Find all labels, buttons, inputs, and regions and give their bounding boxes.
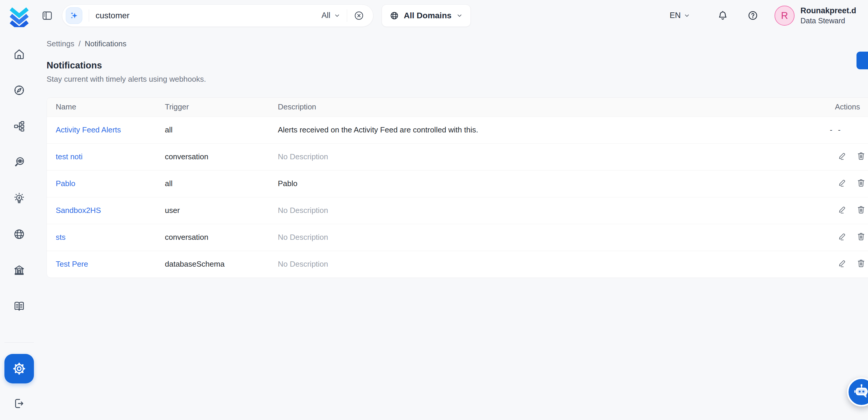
search-divider — [347, 9, 347, 22]
alert-description: No Description — [269, 251, 818, 277]
sidebar-item-glossary[interactable] — [13, 300, 26, 313]
pencil-icon — [838, 178, 847, 187]
topbar: All All Domains EN — [38, 0, 868, 31]
search-divider — [89, 9, 89, 22]
pencil-icon — [838, 151, 847, 160]
logout-button[interactable] — [13, 397, 26, 410]
alert-name-link[interactable]: Activity Feed Alerts — [56, 125, 121, 134]
delete-alert-button[interactable] — [857, 258, 866, 268]
alert-trigger: conversation — [156, 224, 269, 251]
sidebar-divider — [4, 342, 34, 343]
avatar: R — [775, 6, 795, 26]
table-row: Activity Feed Alerts all Alerts received… — [47, 117, 868, 143]
sidebar-item-settings[interactable] — [4, 354, 34, 384]
page-subtitle: Stay current with timely alerts using we… — [46, 74, 868, 84]
edit-alert-button[interactable] — [838, 178, 847, 187]
magnifier-eye-icon — [13, 156, 25, 169]
breadcrumb-separator: / — [79, 39, 81, 49]
delete-alert-button[interactable] — [857, 232, 866, 241]
sidebar-item-lineage[interactable] — [13, 120, 26, 133]
robot-icon — [852, 383, 868, 401]
language-label: EN — [670, 11, 681, 20]
notifications-bell-button[interactable] — [717, 10, 729, 22]
trash-icon — [857, 232, 866, 241]
bell-icon — [717, 10, 728, 21]
breadcrumb: Settings / Notifications — [46, 39, 868, 49]
alert-name-link[interactable]: Test Pere — [56, 260, 88, 268]
compass-icon — [13, 84, 25, 96]
pencil-icon — [838, 205, 847, 214]
bank-icon — [13, 264, 25, 276]
home-icon — [13, 48, 25, 60]
app-logo-icon[interactable] — [8, 4, 30, 27]
breadcrumb-settings[interactable]: Settings — [46, 39, 74, 49]
table-body: Activity Feed Alerts all Alerts received… — [47, 117, 868, 277]
edit-alert-button[interactable] — [838, 205, 847, 214]
sidebar-item-observability[interactable] — [13, 156, 26, 169]
alert-trigger: user — [156, 197, 269, 224]
lightbulb-icon — [13, 192, 25, 204]
pencil-icon — [838, 259, 847, 268]
alert-name-link[interactable]: sts — [56, 233, 65, 242]
page-title: Notifications — [46, 60, 868, 71]
flow-tree-icon — [13, 120, 25, 132]
sidebar-item-home[interactable] — [13, 48, 26, 61]
search-filter-label: All — [321, 11, 330, 20]
delete-alert-button[interactable] — [857, 205, 866, 214]
search-filter-dropdown[interactable]: All — [321, 11, 340, 20]
alert-trigger: all — [156, 170, 269, 197]
sidebar-item-govern[interactable] — [13, 264, 26, 277]
user-role: Data Steward — [801, 17, 856, 25]
help-button[interactable] — [747, 10, 759, 22]
trash-icon — [857, 151, 866, 160]
sidebar-item-explore[interactable] — [13, 84, 26, 97]
ai-search-button[interactable] — [66, 7, 82, 24]
alert-name-link[interactable]: Pablo — [56, 179, 75, 188]
logout-icon — [13, 397, 25, 410]
table-row: test noti conversation No Description — [47, 143, 868, 170]
content-area: Settings / Notifications Notifications S… — [38, 31, 868, 420]
edit-alert-button[interactable] — [838, 151, 847, 160]
sparkles-icon — [69, 11, 79, 21]
alert-description: Alerts received on the Activity Feed are… — [269, 117, 818, 143]
language-selector[interactable]: EN — [670, 11, 690, 20]
domains-dropdown-button[interactable]: All Domains — [382, 4, 471, 27]
column-header-description: Description — [269, 98, 818, 117]
alert-description: No Description — [269, 224, 818, 251]
alert-name-link[interactable]: test noti — [56, 152, 83, 161]
breadcrumb-notifications: Notifications — [85, 39, 127, 49]
delete-alert-button[interactable] — [857, 151, 866, 160]
edit-alert-button[interactable] — [838, 258, 847, 268]
delete-alert-button[interactable] — [857, 178, 866, 187]
alert-trigger: conversation — [156, 143, 269, 170]
sidebar-toggle-icon[interactable] — [41, 9, 55, 22]
domains-label: All Domains — [404, 11, 452, 20]
actions-placeholder: - - — [830, 125, 842, 134]
column-header-name: Name — [47, 98, 156, 117]
user-name: Rounakpreet.d — [801, 6, 856, 16]
alert-description: Pablo — [269, 170, 818, 197]
sidebar-item-insights[interactable] — [13, 192, 26, 205]
notifications-table: Name Trigger Description Actions Activit… — [47, 98, 868, 277]
avatar-initial: R — [781, 10, 788, 21]
table-row: Sandbox2HS user No Description — [47, 197, 868, 224]
sidebar — [0, 0, 38, 420]
trash-icon — [857, 205, 866, 214]
column-header-actions: Actions — [818, 98, 868, 117]
column-header-trigger: Trigger — [156, 98, 269, 117]
pencil-icon — [838, 232, 847, 241]
chevron-down-icon — [334, 12, 340, 19]
clear-search-button[interactable] — [353, 10, 365, 21]
alert-description: No Description — [269, 143, 818, 170]
edit-alert-button[interactable] — [838, 232, 847, 241]
table-row: sts conversation No Description — [47, 224, 868, 251]
sidebar-item-domains[interactable] — [13, 228, 26, 241]
sidebar-bottom — [4, 342, 34, 420]
alert-name-link[interactable]: Sandbox2HS — [56, 206, 101, 215]
user-profile-menu[interactable]: R Rounakpreet.d Data Steward — [775, 6, 856, 26]
chevron-down-icon — [684, 12, 690, 19]
globe-icon — [13, 228, 25, 240]
main-area: All All Domains EN — [38, 0, 868, 420]
search-input[interactable] — [96, 11, 321, 20]
add-alert-button[interactable]: Add Alert — [857, 52, 868, 69]
